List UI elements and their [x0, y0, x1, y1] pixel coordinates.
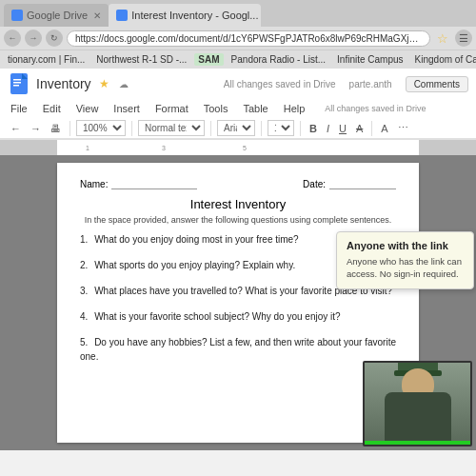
bookmark-2[interactable]: Northwest R-1 SD -...	[92, 53, 190, 66]
user-display: parte.anth	[349, 79, 392, 89]
gdocs-title-bar: Inventory ★ ☁ All changes saved in Drive…	[0, 69, 476, 99]
back-button[interactable]: ←	[4, 30, 21, 47]
q2-text: What sports do you enjoy playing? Explai…	[94, 260, 295, 270]
menu-table[interactable]: Table	[240, 101, 270, 116]
comments-button[interactable]: Comments	[406, 76, 468, 92]
star-icon[interactable]: ★	[99, 77, 109, 90]
address-bar-row: ← → ↻ https://docs.google.com/document/d…	[0, 27, 476, 50]
italic-button[interactable]: I	[324, 122, 332, 135]
q1-number: 1.	[80, 234, 88, 245]
date-input-line[interactable]	[329, 178, 396, 189]
gdocs-menubar: File Edit View Insert Format Tools Table…	[0, 99, 476, 118]
ruler: 1 3 5	[0, 140, 476, 155]
separator-3	[210, 121, 211, 136]
share-popup-header: Anyone with the link	[347, 240, 464, 251]
cloud-save-icon: ☁	[119, 79, 129, 89]
ruler-inner: 1 3 5	[57, 140, 419, 155]
q2-number: 2.	[80, 260, 88, 270]
browser-chrome: Google Drive ✕ Interest Inventory - Goog…	[0, 0, 476, 69]
undo-button[interactable]: ←	[8, 122, 24, 135]
bookmarks-bar: tionary.com | Fin... Northwest R-1 SD -.…	[0, 50, 476, 69]
tab-google-drive[interactable]: Google Drive ✕	[4, 4, 109, 27]
svg-rect-3	[13, 85, 19, 87]
address-input[interactable]: https://docs.google.com/document/d/1cY6P…	[67, 30, 430, 47]
svg-rect-2	[13, 82, 21, 84]
forward-button[interactable]: →	[25, 30, 42, 47]
font-select[interactable]: Arial	[217, 120, 255, 136]
q5-number: 5.	[80, 337, 88, 347]
gdocs-logo-icon	[8, 72, 30, 95]
text-color-button[interactable]: A	[378, 122, 390, 135]
gdocs-header: Inventory ★ ☁ All changes saved in Drive…	[0, 69, 476, 140]
all-changes-saved-text: All changes saved in Drive	[224, 79, 336, 89]
ruler-mark-5: 5	[243, 145, 247, 151]
bookmark-6[interactable]: Kingdom of Calontir	[411, 53, 476, 66]
more-toolbar-button[interactable]: ⋯	[395, 121, 411, 135]
google-drive-favicon	[11, 10, 23, 21]
strikethrough-button[interactable]: A	[353, 122, 366, 135]
bookmark-1[interactable]: tionary.com | Fin...	[4, 53, 89, 66]
menu-help[interactable]: Help	[281, 101, 308, 116]
underline-button[interactable]: U	[336, 122, 349, 135]
zoom-select[interactable]: 100%	[76, 120, 126, 136]
gdocs-document-title[interactable]: Inventory	[36, 76, 91, 91]
webcam-indicator	[365, 441, 470, 445]
menu-view[interactable]: View	[73, 101, 102, 116]
svg-rect-1	[13, 79, 21, 81]
q4-number: 4.	[80, 311, 88, 322]
q1-text: What do you enjoy doing most in your fre…	[94, 234, 299, 245]
separator-6	[371, 121, 372, 136]
name-label: Name:	[80, 179, 108, 189]
date-label: Date:	[303, 179, 326, 189]
menu-file[interactable]: File	[8, 101, 30, 116]
ruler-mark-3: 3	[162, 145, 166, 151]
ruler-mark-1: 1	[86, 145, 89, 151]
gdocs-toolbar: ← → 🖶 100% Normal text Arial 14 B I U A …	[0, 118, 476, 139]
autosave-status: All changes saved in Drive	[325, 104, 426, 113]
menu-insert[interactable]: Insert	[110, 101, 143, 116]
q4-text: What is your favorite school subject? Wh…	[94, 311, 340, 322]
person-body	[385, 392, 451, 445]
q5-text: Do you have any hobbies? List a few, and…	[80, 337, 396, 362]
paragraph-style-select[interactable]: Normal text	[138, 120, 205, 136]
question-5: 5. Do you have any hobbies? List a few, …	[80, 335, 396, 364]
document-area: Name: Date: Interest Inventory In the sp…	[0, 155, 476, 450]
separator-4	[261, 121, 262, 136]
tab-google-drive-label: Google Drive	[27, 10, 88, 21]
share-popup: Anyone with the link Anyone who has the …	[336, 231, 474, 289]
tab-interest-inventory-label: Interest Inventory - Googl...	[131, 10, 258, 21]
gdocs-favicon	[116, 10, 128, 21]
tab-bar: Google Drive ✕ Interest Inventory - Goog…	[0, 0, 476, 27]
share-popup-body: Anyone who has the link can access. No s…	[347, 255, 464, 281]
menu-format[interactable]: Format	[152, 101, 191, 116]
bookmark-star-icon[interactable]: ☆	[434, 30, 451, 47]
tab-interest-inventory[interactable]: Interest Inventory - Googl... ✕	[109, 4, 261, 27]
name-input-line[interactable]	[111, 178, 197, 189]
bookmark-4[interactable]: Pandora Radio - List...	[228, 53, 330, 66]
redo-button[interactable]: →	[28, 122, 44, 135]
webcam-video	[365, 363, 470, 445]
name-date-row: Name: Date:	[80, 178, 396, 189]
tab-close-icon[interactable]: ✕	[93, 10, 101, 21]
font-size-select[interactable]: 14	[268, 120, 294, 136]
bookmark-5[interactable]: Infinite Campus	[333, 53, 407, 66]
bold-button[interactable]: B	[307, 122, 320, 135]
separator-2	[131, 121, 132, 136]
q3-number: 3.	[80, 286, 88, 296]
settings-icon[interactable]: ☰	[455, 30, 472, 47]
separator-1	[69, 121, 70, 136]
question-4: 4. What is your favorite school subject?…	[80, 309, 396, 324]
print-button[interactable]: 🖶	[48, 122, 64, 135]
reload-button[interactable]: ↻	[46, 30, 63, 47]
webcam-overlay	[363, 361, 472, 446]
menu-edit[interactable]: Edit	[40, 101, 64, 116]
separator-5	[300, 121, 301, 136]
menu-tools[interactable]: Tools	[201, 101, 231, 116]
document-instruction: In the space provided, answer the follow…	[80, 215, 396, 225]
document-title: Interest Inventory	[80, 197, 396, 211]
bookmark-3[interactable]: SAM	[194, 53, 223, 66]
